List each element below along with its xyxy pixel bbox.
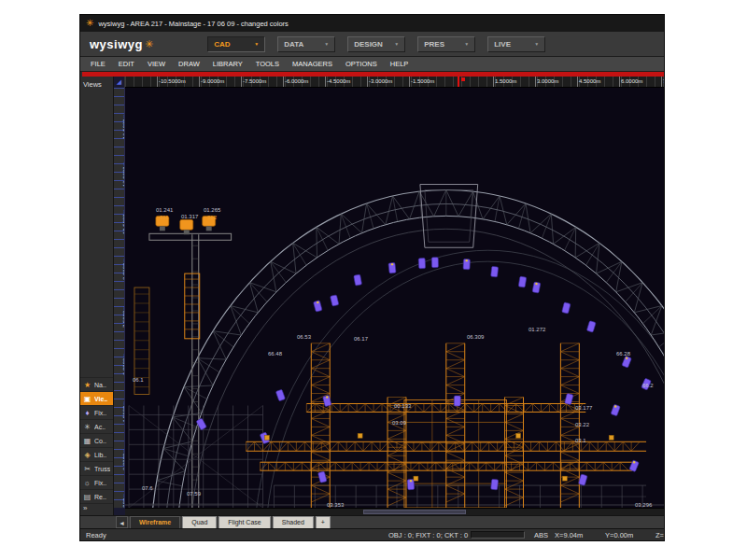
fixture-label: 66.2 (642, 383, 654, 388)
vertical-ruler[interactable]: 13.5000m12.0000m10.5000m9.0000m7.5000m6.… (114, 88, 125, 508)
sidebar-item-fixtures-2[interactable]: ☼Fix.. (80, 475, 113, 489)
ruler-zero-dot (461, 77, 465, 81)
ruler-tick-label: 1.5000m (495, 78, 516, 84)
accessories-icon: ✳ (82, 422, 92, 432)
horizontal-ruler[interactable]: -10.5000m-9.0000m-7.5000m-6.0000m-4.5000… (125, 77, 664, 88)
chevron-down-icon: ▼ (534, 41, 539, 47)
fixture-label: 06.53 (297, 334, 311, 340)
mode-tab-cad[interactable]: CAD▼ (207, 36, 265, 52)
window-title: wysiwyg - AREA 217 - Mainstage - 17 06 0… (98, 20, 288, 28)
fixture-label: 01.265 (204, 207, 220, 213)
mode-tabs: CAD▼DATA▼DESIGN▼PRES▼LIVE▼ (207, 36, 545, 52)
mode-tab-label: CAD (214, 40, 230, 49)
status-z-coordinate: Z= (655, 531, 664, 539)
sidebar-item-library[interactable]: ◈Lib.. (80, 447, 113, 461)
consoles-icon: ▦ (82, 436, 92, 446)
mode-tab-label: DESIGN (354, 40, 383, 49)
ruler-tick-label: -9.0000m (201, 78, 224, 84)
status-x-coordinate: X=9.04m (555, 531, 583, 539)
mode-tab-pres[interactable]: PRES▼ (417, 36, 475, 52)
view-tab-flight-case[interactable]: Flight Case (218, 516, 270, 528)
add-view-tab[interactable]: + (316, 516, 331, 528)
sidebar-more-button[interactable]: » (80, 503, 113, 515)
mode-toolbar: wysiwyg ✳ CAD▼DATA▼DESIGN▼PRES▼LIVE▼ (80, 32, 664, 57)
sidebar-item-truss[interactable]: ✂Truss (80, 461, 113, 475)
view-tab-shaded[interactable]: Shaded (273, 516, 314, 528)
fixture-label: 06.17 (354, 336, 368, 342)
ruler-tick (493, 77, 494, 87)
menu-file[interactable]: FILE (84, 58, 112, 70)
chevron-down-icon: ▼ (394, 41, 399, 47)
desktop-background: ✳ wysiwyg - AREA 217 - Mainstage - 17 06… (0, 0, 747, 560)
mode-tab-design[interactable]: DESIGN▼ (347, 36, 405, 52)
mode-tab-live[interactable]: LIVE▼ (487, 36, 545, 52)
sidebar-item-label: Ac.. (94, 424, 106, 430)
menu-draw[interactable]: DRAW (172, 58, 206, 70)
ruler-tick-label: -10.5000m (159, 78, 186, 84)
fixture-label: 03.22 (575, 422, 589, 427)
ruler-tick-label: -6.0000m (285, 78, 308, 84)
menu-managers[interactable]: MANAGERS (286, 58, 339, 70)
fixture-label: 07.6 (142, 485, 153, 491)
menu-view[interactable]: VIEW (141, 58, 172, 70)
mode-tab-data[interactable]: DATA▼ (277, 36, 335, 52)
sidebar-item-navigation[interactable]: ★Na.. (80, 377, 113, 391)
fixture-label: 06.1 (133, 377, 144, 383)
titlebar[interactable]: ✳ wysiwyg - AREA 217 - Mainstage - 17 06… (80, 15, 664, 32)
fixture-label: 312 (207, 215, 217, 220)
status-counters: OBJ : 0; FIXT : 0; CKT : 0 (388, 531, 468, 539)
ruler-tick-label: 7.5000m (663, 78, 664, 84)
view-tab-quad[interactable]: Quad (182, 516, 217, 528)
status-ready: Ready (86, 531, 106, 539)
mode-tab-label: LIVE (494, 40, 511, 49)
menu-edit[interactable]: EDIT (112, 58, 141, 70)
menu-help[interactable]: HELP (384, 58, 416, 70)
wysiwyg-window: ✳ wysiwyg - AREA 217 - Mainstage - 17 06… (79, 14, 665, 541)
ruler-tick (157, 77, 158, 87)
ruler-tick-label: 6.0000m (621, 78, 642, 84)
sidebar-item-label: Lib.. (94, 452, 106, 458)
ruler-tick (283, 77, 284, 87)
chevron-down-icon: ▼ (464, 41, 469, 47)
cad-canvas[interactable]: 01.24131101.31701.26531206.166.4806.5306… (125, 88, 664, 508)
mode-tab-label: PRES (424, 40, 444, 49)
ruler-tick (619, 77, 620, 87)
active-color-strip (82, 72, 664, 77)
scrollbar-thumb[interactable] (363, 510, 466, 514)
sidebar-item-consoles[interactable]: ▦Co.. (80, 433, 113, 447)
workspace: Views ★Na..▣Vie..♦Fix..✳Ac..▦Co..◈Lib..✂… (80, 72, 664, 515)
sidebar-item-accessories[interactable]: ✳Ac.. (80, 419, 113, 433)
ruler-tick (325, 77, 326, 87)
status-coord-mode[interactable]: ABS (534, 531, 548, 539)
ruler-tick (367, 77, 368, 87)
sidebar-item-label: Na.. (94, 382, 106, 388)
sidebar-item-reports[interactable]: ▤Re.. (80, 489, 113, 503)
view-tabs-bar: ◄ WireframeQuadFlight CaseShaded+ (80, 515, 664, 528)
scroll-row (114, 508, 664, 515)
ruler-tick (661, 77, 662, 87)
fixture-label: 00.133 (394, 403, 411, 409)
sidebar-item-views[interactable]: ▣Vie.. (80, 391, 113, 405)
navigation-icon: ★ (82, 380, 92, 390)
tab-scroll-left-icon[interactable]: ◄ (116, 516, 128, 528)
fixture-label: 01.317 (181, 214, 198, 219)
menubar: FILEEDITVIEWDRAWLIBRARYTOOLSMANAGERSOPTI… (80, 57, 664, 72)
menu-tools[interactable]: TOOLS (249, 58, 286, 70)
view-tab-wireframe[interactable]: Wireframe (130, 516, 180, 528)
chevron-down-icon: ▼ (254, 41, 259, 47)
ruler-zero-marker (458, 77, 459, 87)
menu-library[interactable]: LIBRARY (206, 58, 249, 70)
sidebar-item-fixtures[interactable]: ♦Fix.. (80, 405, 113, 419)
menu-options[interactable]: OPTIONS (339, 58, 384, 70)
ruler-tick-label: -3.0000m (369, 78, 392, 84)
drawing-area: ◢ -10.5000m-9.0000m-7.5000m-6.0000m-4.50… (114, 72, 664, 515)
ruler-tick-label: -4.5000m (327, 78, 350, 84)
fixture-labels-layer: 01.24131101.31701.26531206.166.4806.5306… (125, 88, 664, 508)
shortcut-sidebar: ★Na..▣Vie..♦Fix..✳Ac..▦Co..◈Lib..✂Truss☼… (80, 377, 113, 503)
fixture-label: 01.241 (156, 207, 173, 213)
fixture-label: 01.272 (529, 327, 545, 332)
ruler-tick-label: 3.0000m (537, 78, 558, 84)
horizontal-scrollbar[interactable] (125, 508, 664, 515)
ruler-origin-icon[interactable]: ◢ (114, 77, 125, 88)
library-icon: ◈ (82, 450, 92, 460)
